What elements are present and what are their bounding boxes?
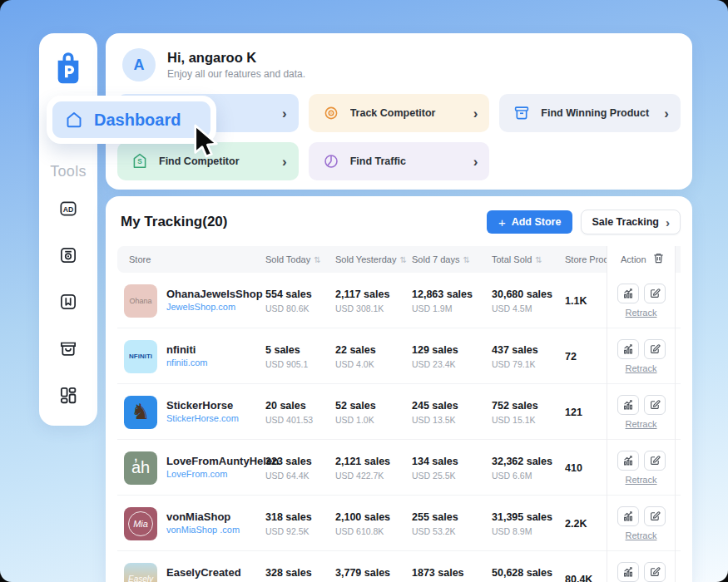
sold-7days-cell: 12,863 salesUSD 1.9M <box>407 289 487 313</box>
store-cell: NFiNiTi nfiniti nfiniti.com <box>117 340 260 373</box>
trash-icon[interactable] <box>652 252 665 268</box>
action-cell: Retrack <box>607 384 676 440</box>
chart-icon[interactable] <box>617 451 639 471</box>
edit-icon[interactable] <box>644 339 666 359</box>
store-products-cell: 410 <box>560 462 607 474</box>
store-products-cell: 80.4K <box>560 574 607 582</box>
store-domain-link[interactable]: JewelsShop.com <box>166 301 263 313</box>
edit-icon[interactable] <box>644 451 666 471</box>
ad-spy-icon[interactable]: AD <box>57 197 80 220</box>
sold-7days-cell: 245 salesUSD 13.5K <box>407 400 487 425</box>
store-package-icon[interactable] <box>57 337 80 360</box>
edit-icon[interactable] <box>644 395 666 415</box>
table-row: Easely EaselyCreated EaselyCreated .com … <box>117 551 681 582</box>
edit-icon[interactable] <box>644 562 666 582</box>
product-research-icon[interactable] <box>57 244 80 267</box>
chart-icon[interactable] <box>617 562 639 582</box>
shopping-bag-p-logo-icon[interactable] <box>52 50 85 86</box>
action-cell: Retrack <box>607 496 676 551</box>
sold-yesterday-cell: 52 salesUSD 1.0K <box>330 400 407 425</box>
avatar[interactable]: A <box>122 48 156 81</box>
feature-card[interactable]: Track Competitor › <box>309 94 490 132</box>
product-box-icon <box>513 104 531 122</box>
store-cell: a̓h LoveFromAuntyHelen LoveFrom.com <box>117 451 260 485</box>
action-cell: Retrack <box>607 551 676 582</box>
table-row: a̓h LoveFromAuntyHelen LoveFrom.com 323 … <box>117 440 681 496</box>
total-sold-cell: 32,362 salesUSD 6.6M <box>487 456 560 481</box>
retrack-link[interactable]: Retrack <box>626 308 657 318</box>
sort-icon[interactable]: ⇅ <box>463 255 469 264</box>
dashboard-pill-inner: Dashboard <box>52 101 210 138</box>
store-logo: Mia <box>124 507 157 540</box>
chart-icon[interactable] <box>617 506 639 526</box>
store-cell: Ohana OhanaJewelsShop JewelsShop.com <box>117 284 260 318</box>
column-header-label: Store <box>129 254 151 264</box>
chevron-right-icon: › <box>664 106 669 121</box>
sold-yesterday-cell: 3,779 salesUSD 165.7K <box>330 567 407 582</box>
table-row: NFiNiTi nfiniti nfiniti.com 5 salesUSD 9… <box>117 328 681 384</box>
add-store-button[interactable]: + Add Store <box>487 210 573 234</box>
retrack-link[interactable]: Retrack <box>626 363 657 373</box>
column-header-store: Store <box>117 254 260 264</box>
chevron-right-icon: › <box>282 106 287 121</box>
chart-icon[interactable] <box>617 395 639 415</box>
retrack-link[interactable]: Retrack <box>626 475 657 485</box>
feature-card[interactable]: Find Winning Product › <box>499 94 681 132</box>
sort-icon[interactable]: ⇅ <box>535 255 542 264</box>
tracking-table: StoreSold Today⇅Sold Yesterday⇅Sold 7 da… <box>117 246 681 582</box>
action-cell: Retrack <box>607 273 676 328</box>
action-column-header: Action <box>607 246 676 273</box>
mouse-cursor <box>191 123 229 165</box>
chevron-right-icon: › <box>666 215 670 229</box>
store-cell: ♞ StickerHorse StickerHorse.com <box>117 396 260 429</box>
sold-today-cell: 554 salesUSD 80.6K <box>260 289 330 313</box>
store-cell: Mia vonMiaShop vonMiaShop .com <box>117 507 260 540</box>
greeting-row: A Hi, angaroo K Enjoy all our features a… <box>122 48 681 81</box>
tools-section-label: Tools <box>50 163 87 180</box>
sold-7days-cell: 129 salesUSD 23.4K <box>407 344 487 369</box>
column-header-label: Sold 7 days <box>412 254 459 264</box>
pie-chart-icon <box>322 152 340 170</box>
total-sold-cell: 31,395 salesUSD 8.9M <box>487 511 560 536</box>
store-domain-link[interactable]: nfiniti.com <box>166 357 208 369</box>
retrack-link[interactable]: Retrack <box>626 530 657 540</box>
sort-icon[interactable]: ⇅ <box>399 255 406 264</box>
sale-tracking-label: Sale Tracking <box>592 216 659 228</box>
column-header-sold-yesterday[interactable]: Sold Yesterday⇅ <box>330 254 407 264</box>
sold-yesterday-cell: 2,121 salesUSD 422.7K <box>330 456 407 481</box>
add-store-label: Add Store <box>512 216 562 228</box>
sale-tracking-button[interactable]: Sale Tracking › <box>581 210 681 234</box>
column-header-store-products[interactable]: Store Products⇅ <box>560 254 607 264</box>
store-name: EaselyCreated <box>166 566 249 580</box>
column-header-total-sold[interactable]: Total Sold⇅ <box>487 254 560 264</box>
column-header-sold-today[interactable]: Sold Today⇅ <box>260 254 330 264</box>
table-row: Mia vonMiaShop vonMiaShop .com 318 sales… <box>117 496 681 551</box>
saved-bookmark-icon[interactable] <box>57 290 80 313</box>
feature-card[interactable]: Find Traffic › <box>309 142 490 180</box>
store-logo: Ohana <box>124 284 157 318</box>
tracking-title: My Tracking(20) <box>121 214 487 230</box>
plus-icon: + <box>498 215 506 229</box>
store-logo: Easely <box>124 563 157 582</box>
table-header-row: StoreSold Today⇅Sold Yesterday⇅Sold 7 da… <box>117 246 681 273</box>
column-header-sold-7-days[interactable]: Sold 7 days⇅ <box>407 254 487 264</box>
chart-icon[interactable] <box>617 339 639 359</box>
sold-today-cell: 5 salesUSD 905.1 <box>260 344 330 369</box>
chevron-right-icon: › <box>473 155 478 169</box>
retrack-link[interactable]: Retrack <box>626 419 657 429</box>
sold-yesterday-cell: 22 salesUSD 4.0K <box>330 344 407 369</box>
store-cell: Easely EaselyCreated EaselyCreated .com <box>117 563 260 582</box>
chevron-right-icon: › <box>282 155 287 169</box>
table-row: Ohana OhanaJewelsShop JewelsShop.com 554… <box>117 273 681 328</box>
store-domain-link[interactable]: StickerHorse.com <box>166 412 239 425</box>
target-icon <box>322 104 340 122</box>
chart-icon[interactable] <box>617 284 639 303</box>
edit-icon[interactable] <box>644 284 666 303</box>
sort-icon[interactable]: ⇅ <box>314 255 320 264</box>
total-sold-cell: 50,628 salesUSD 2.4M <box>487 567 560 582</box>
sidebar: Tools AD <box>39 33 97 426</box>
column-header-label: Store Products <box>565 254 607 264</box>
edit-icon[interactable] <box>644 506 666 526</box>
store-domain-link[interactable]: vonMiaShop .com <box>166 524 240 536</box>
apps-grid-icon[interactable] <box>57 383 80 407</box>
